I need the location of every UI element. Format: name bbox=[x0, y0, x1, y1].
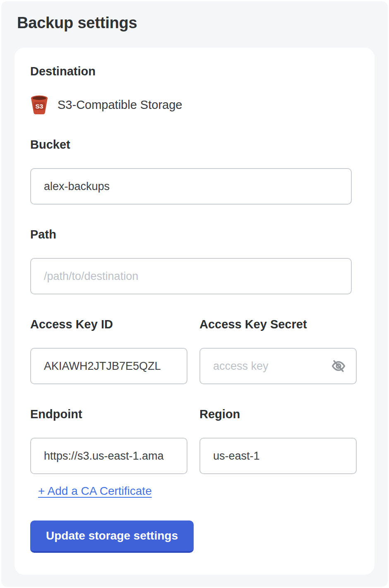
backup-settings-panel: Backup settings Destination S3 S3-Compat… bbox=[1, 1, 388, 587]
endpoint-label: Endpoint bbox=[30, 407, 187, 421]
destination-label: Destination bbox=[30, 64, 352, 78]
path-input[interactable] bbox=[30, 258, 352, 294]
region-input[interactable] bbox=[199, 438, 357, 474]
s3-icon-text: S3 bbox=[36, 103, 43, 110]
destination-value-row: S3 S3-Compatible Storage bbox=[30, 95, 352, 115]
access-key-secret-label: Access Key Secret bbox=[199, 317, 357, 331]
page-title: Backup settings bbox=[17, 14, 388, 32]
access-key-secret-field bbox=[199, 348, 357, 384]
bucket-label: Bucket bbox=[30, 137, 352, 152]
destination-value: S3-Compatible Storage bbox=[58, 98, 182, 112]
s3-bucket-icon: S3 bbox=[30, 95, 48, 115]
backup-settings-card: Destination S3 S3-Compatible Storage Buc… bbox=[14, 48, 375, 575]
add-ca-certificate-link[interactable]: + Add a CA Certificate bbox=[38, 484, 152, 498]
eye-off-icon bbox=[331, 358, 346, 374]
access-key-id-input[interactable] bbox=[30, 348, 187, 384]
region-label: Region bbox=[199, 407, 357, 421]
update-storage-settings-button[interactable]: Update storage settings bbox=[30, 521, 194, 553]
access-key-row: Access Key ID Access Key Secret bbox=[30, 317, 357, 384]
toggle-secret-visibility-button[interactable] bbox=[329, 357, 348, 375]
endpoint-input[interactable] bbox=[30, 438, 187, 474]
endpoint-region-row: Endpoint Region bbox=[30, 407, 357, 474]
access-key-id-label: Access Key ID bbox=[30, 317, 187, 331]
path-label: Path bbox=[30, 227, 352, 241]
bucket-input[interactable] bbox=[30, 168, 352, 205]
